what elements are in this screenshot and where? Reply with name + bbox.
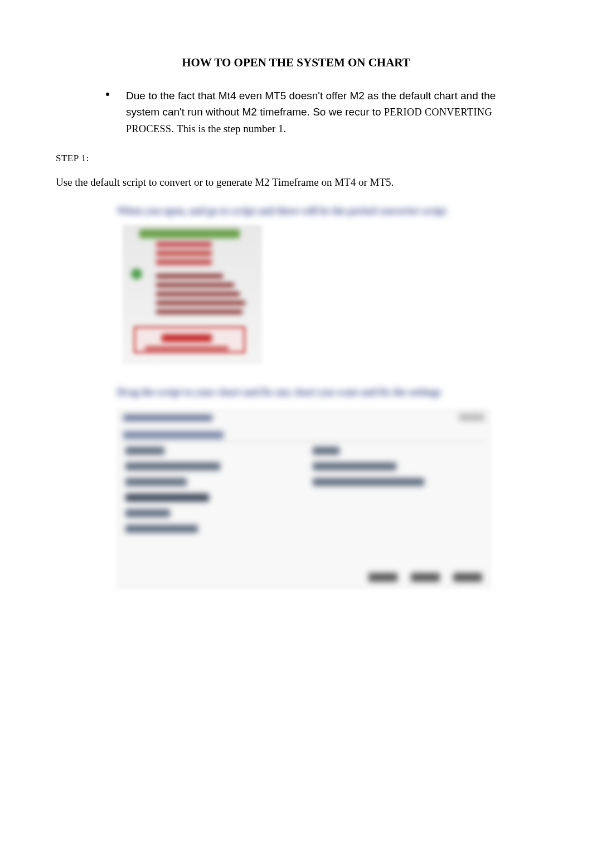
bullet-part2: This is the step number 1. — [174, 123, 287, 134]
blurred-caption-1: When you open, and go to script and ther… — [117, 205, 536, 217]
step-1-label: STEP 1: — [56, 153, 536, 164]
blurred-content-zone: When you open, and go to script and ther… — [117, 205, 536, 588]
dialog-screenshot-placeholder — [117, 409, 491, 588]
step-1-body: Use the default script to convert or to … — [56, 176, 536, 189]
blurred-caption-2: Drag the script to your chart and fix an… — [117, 387, 536, 398]
bullet-dot-icon — [106, 93, 109, 96]
bullet-text: Due to the fact that Mt4 even MT5 doesn'… — [126, 88, 531, 137]
bullet-item: Due to the fact that Mt4 even MT5 doesn'… — [106, 88, 531, 137]
page-title: HOW TO OPEN THE SYSTEM ON CHART — [56, 56, 536, 70]
navigator-screenshot-placeholder — [123, 225, 262, 364]
